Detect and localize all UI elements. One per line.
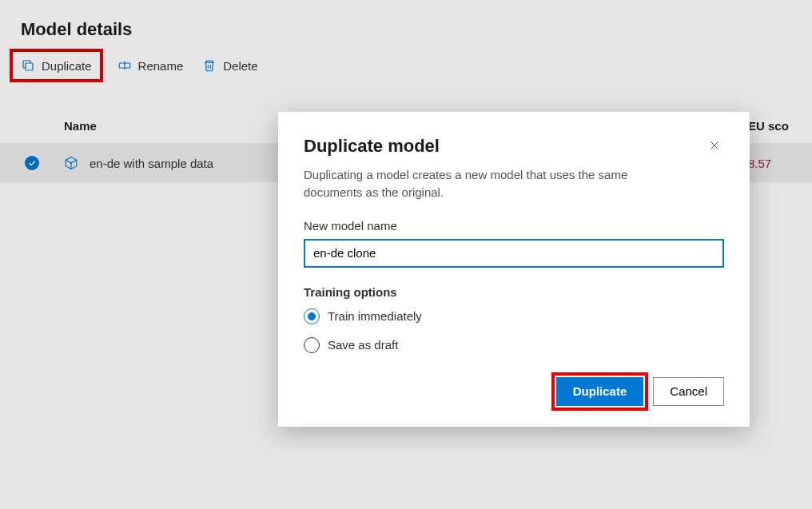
radio-icon [304,337,320,353]
model-name-input[interactable] [304,239,724,268]
name-label: New model name [304,219,724,233]
primary-action-highlight: Duplicate [556,377,644,406]
close-button[interactable] [705,136,724,158]
training-options-group: Train immediately Save as draft [304,308,724,353]
duplicate-dialog: Duplicate model Duplicating a model crea… [278,112,750,427]
radio-train-immediately[interactable]: Train immediately [304,308,724,324]
close-icon [708,141,721,154]
dialog-description: Duplicating a model creates a new model … [304,166,671,201]
radio-icon [304,308,320,324]
dialog-cancel-button[interactable]: Cancel [653,377,724,406]
dialog-duplicate-button[interactable]: Duplicate [556,377,644,406]
radio-save-as-draft[interactable]: Save as draft [304,337,724,353]
radio-label: Save as draft [328,338,398,352]
options-label: Training options [304,285,724,299]
dialog-title: Duplicate model [304,136,440,157]
radio-label: Train immediately [328,309,422,323]
